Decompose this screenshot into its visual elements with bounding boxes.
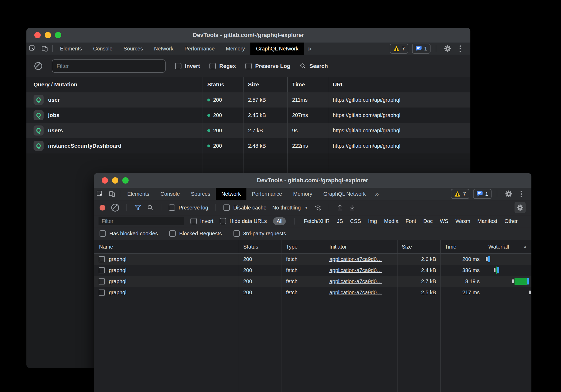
tab-performance[interactable]: Performance <box>179 43 221 55</box>
clear-icon[interactable] <box>111 204 119 212</box>
query-row[interactable]: Qjobs 200 2.45 kB 207ms https://gitlab.c… <box>26 108 470 123</box>
column-header-url[interactable]: URL <box>328 77 470 92</box>
maximize-button[interactable] <box>122 177 129 184</box>
preserve-log-checkbox-group[interactable]: Preserve log <box>169 204 208 211</box>
network-settings-button[interactable] <box>515 202 526 213</box>
column-header-initiator[interactable]: Initiator <box>325 240 398 253</box>
minimize-button[interactable] <box>112 177 118 184</box>
device-toolbar-icon[interactable] <box>39 43 51 55</box>
column-header-size[interactable]: Size <box>398 240 441 253</box>
chip-wasm[interactable]: Wasm <box>455 218 470 224</box>
search-button[interactable]: Search <box>300 63 328 69</box>
request-row[interactable]: graphql 200 fetch application-a7ca9d0… 2… <box>94 254 531 265</box>
column-header-size[interactable]: Size <box>244 77 288 92</box>
has-blocked-cookies-checkbox[interactable] <box>100 230 106 237</box>
query-row[interactable]: QinstanceSecurityDashboard 200 2.48 kB 2… <box>26 138 470 153</box>
row-checkbox[interactable] <box>99 278 105 284</box>
query-row[interactable]: Quser 200 2.57 kB 211ms https://gitlab.c… <box>26 92 470 108</box>
tab-graphql-network[interactable]: GraphQL Network <box>250 43 304 55</box>
tab-sources[interactable]: Sources <box>185 188 216 200</box>
row-checkbox[interactable] <box>99 267 105 273</box>
query-row[interactable]: Qusers 200 2.7 kB 9s https://gitlab.com/… <box>26 123 470 138</box>
invert-checkbox-group[interactable]: Invert <box>175 63 200 69</box>
filter-input[interactable] <box>52 59 166 73</box>
tab-memory[interactable]: Memory <box>220 43 250 55</box>
more-options-icon[interactable] <box>457 45 463 52</box>
chip-doc[interactable]: Doc <box>423 218 433 224</box>
inspect-element-icon[interactable] <box>94 188 106 200</box>
tab-network[interactable]: Network <box>216 188 246 200</box>
third-party-requests-checkbox-group[interactable]: 3rd-party requests <box>233 230 286 237</box>
titlebar[interactable]: DevTools - gitlab.com/-/graphql-explorer <box>94 173 531 188</box>
regex-checkbox[interactable] <box>209 63 216 69</box>
settings-gear-icon[interactable] <box>503 190 515 198</box>
tab-memory[interactable]: Memory <box>288 188 318 200</box>
regex-checkbox-group[interactable]: Regex <box>209 63 236 69</box>
close-button[interactable] <box>102 177 108 184</box>
maximize-button[interactable] <box>55 32 61 38</box>
tab-elements[interactable]: Elements <box>122 188 155 200</box>
search-icon[interactable] <box>147 204 153 211</box>
chip-img[interactable]: Img <box>368 218 377 224</box>
row-checkbox[interactable] <box>99 256 105 262</box>
column-header-time[interactable]: Time <box>288 77 328 92</box>
column-header-name[interactable]: Name <box>94 240 239 253</box>
inspect-element-icon[interactable] <box>26 43 39 55</box>
filter-input[interactable] <box>99 217 184 225</box>
titlebar[interactable]: DevTools - gitlab.com/-/graphql-explorer <box>26 28 470 43</box>
initiator-link[interactable]: application-a7ca9d0… <box>329 278 382 284</box>
invert-checkbox[interactable] <box>190 218 197 224</box>
chip-js[interactable]: JS <box>337 218 343 224</box>
tab-sources[interactable]: Sources <box>118 43 148 55</box>
close-button[interactable] <box>34 32 41 38</box>
column-header-waterfall[interactable]: Waterfall ▲ <box>484 240 531 253</box>
invert-checkbox-group[interactable]: Invert <box>190 218 213 224</box>
preserve-log-checkbox[interactable] <box>169 204 175 211</box>
disable-cache-checkbox[interactable] <box>223 204 230 211</box>
record-button[interactable] <box>100 205 105 211</box>
tab-console[interactable]: Console <box>87 43 118 55</box>
column-header-status[interactable]: Status <box>239 240 282 253</box>
filter-funnel-icon[interactable] <box>134 205 141 211</box>
issues-badge[interactable]: 1 <box>473 189 492 199</box>
chip-media[interactable]: Media <box>384 218 398 224</box>
hide-data-urls-checkbox[interactable] <box>220 218 226 224</box>
more-tabs-button[interactable]: » <box>304 43 315 55</box>
column-header-type[interactable]: Type <box>282 240 325 253</box>
settings-gear-icon[interactable] <box>442 45 454 52</box>
chip-css[interactable]: CSS <box>350 218 361 224</box>
chip-all[interactable]: All <box>273 217 286 225</box>
has-blocked-cookies-checkbox-group[interactable]: Has blocked cookies <box>100 230 158 237</box>
blocked-requests-checkbox-group[interactable]: Blocked Requests <box>169 230 222 237</box>
initiator-link[interactable]: application-a7ca9d0… <box>329 290 382 296</box>
request-row[interactable]: graphql 200 fetch application-a7ca9d0… 2… <box>94 276 531 287</box>
initiator-link[interactable]: application-a7ca9d0… <box>329 256 382 262</box>
request-row[interactable]: graphql 200 fetch application-a7ca9d0… 2… <box>94 287 531 298</box>
disable-cache-checkbox-group[interactable]: Disable cache <box>223 204 267 211</box>
preserve-log-checkbox[interactable] <box>245 63 252 69</box>
throttling-dropdown[interactable]: No throttling ▼ <box>272 205 308 211</box>
chip-font[interactable]: Font <box>406 218 416 224</box>
invert-checkbox[interactable] <box>175 63 181 69</box>
hide-data-urls-checkbox-group[interactable]: Hide data URLs <box>220 218 267 224</box>
column-header-status[interactable]: Status <box>203 77 244 92</box>
column-header-time[interactable]: Time <box>441 240 484 253</box>
more-options-icon[interactable] <box>518 191 524 197</box>
chip-fetch-xhr[interactable]: Fetch/XHR <box>304 218 330 224</box>
blocked-requests-checkbox[interactable] <box>169 230 176 237</box>
minimize-button[interactable] <box>45 32 51 38</box>
tab-network[interactable]: Network <box>148 43 179 55</box>
more-tabs-button[interactable]: » <box>371 188 383 200</box>
preserve-log-checkbox-group[interactable]: Preserve Log <box>245 63 290 69</box>
tab-performance[interactable]: Performance <box>246 188 288 200</box>
chip-other[interactable]: Other <box>504 218 518 224</box>
request-row[interactable]: graphql 200 fetch application-a7ca9d0… 2… <box>94 265 531 276</box>
column-header-query-mutation[interactable]: Query / Mutation <box>26 77 203 92</box>
import-har-icon[interactable] <box>337 204 343 211</box>
warnings-badge[interactable]: 7 <box>451 189 469 199</box>
tab-console[interactable]: Console <box>155 188 185 200</box>
export-har-icon[interactable] <box>349 204 355 211</box>
chip-ws[interactable]: WS <box>440 218 448 224</box>
network-conditions-icon[interactable] <box>314 204 321 211</box>
issues-badge[interactable]: 1 <box>412 44 431 54</box>
